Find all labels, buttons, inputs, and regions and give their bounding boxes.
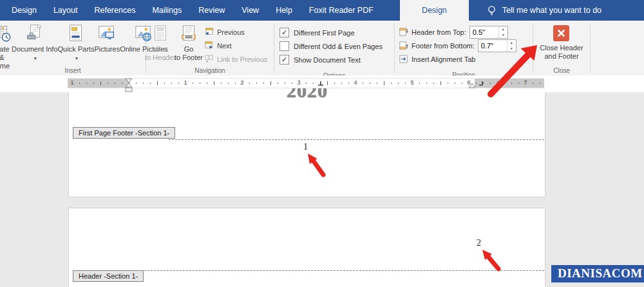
tab-mailings[interactable]: Mailings bbox=[144, 0, 190, 21]
tab-view[interactable]: View bbox=[233, 0, 267, 21]
close-label-line1: Close Header bbox=[540, 44, 583, 52]
document-page-1[interactable]: 2020 First Page Footer -Section 1- 1 bbox=[68, 92, 545, 197]
group-label-close: Close bbox=[533, 67, 590, 74]
ruler-dot bbox=[221, 83, 222, 84]
ruler-dot bbox=[93, 83, 94, 84]
ruler-dot bbox=[540, 83, 540, 84]
previous-button[interactable]: Previous bbox=[203, 25, 274, 39]
ruler-dot bbox=[455, 83, 455, 84]
ruler-dot bbox=[178, 83, 179, 84]
ruler-dot bbox=[518, 83, 519, 84]
ruler-dot bbox=[341, 83, 342, 84]
quick-parts-icon bbox=[66, 24, 86, 43]
ruler-dot bbox=[193, 83, 193, 84]
ruler-dot bbox=[490, 83, 491, 84]
document-info-icon bbox=[25, 24, 44, 43]
active-tab-label: Design bbox=[422, 6, 447, 15]
document-info-label: Document Info bbox=[12, 45, 58, 54]
center-tab-stop-marker[interactable] bbox=[317, 81, 324, 86]
ruler-dot bbox=[511, 83, 512, 84]
next-icon bbox=[204, 41, 214, 50]
header-boundary-line bbox=[141, 270, 544, 271]
ruler-dot bbox=[285, 83, 285, 84]
ruler-dot bbox=[249, 83, 250, 84]
show-document-text-checkbox[interactable]: ✓ Show Document Text bbox=[279, 53, 394, 66]
ruler-dot bbox=[122, 83, 122, 84]
ruler-dot bbox=[398, 83, 399, 84]
spin-down-icon[interactable]: ▼ bbox=[499, 32, 507, 38]
ruler-dot bbox=[235, 83, 236, 84]
header-from-top-input[interactable] bbox=[470, 28, 498, 36]
indent-markers[interactable] bbox=[125, 78, 133, 92]
tab-design-active[interactable]: Design bbox=[400, 0, 469, 21]
header-section-tag: Header -Section 1- bbox=[73, 270, 144, 282]
document-heading-clip: 2020 bbox=[262, 88, 352, 102]
tab-layout[interactable]: Layout bbox=[45, 0, 86, 21]
tab-design[interactable]: Design bbox=[0, 0, 45, 21]
next-label: Next bbox=[217, 42, 232, 50]
group-label-insert: Insert bbox=[0, 67, 146, 74]
tab-references[interactable]: References bbox=[86, 0, 144, 21]
spin-up-icon[interactable]: ▲ bbox=[499, 26, 507, 32]
ruler-number: 3 bbox=[297, 79, 300, 86]
ruler-half-tick bbox=[270, 81, 271, 85]
document-area: 2020 First Page Footer -Section 1- 1 2 H… bbox=[0, 92, 644, 287]
ruler-dot bbox=[292, 83, 292, 84]
tab-help[interactable]: Help bbox=[267, 0, 301, 21]
insert-alignment-tab-button[interactable]: Insert Alignment Tab bbox=[399, 52, 533, 66]
page-number-2: 2 bbox=[477, 238, 481, 248]
ruler-dot bbox=[200, 83, 200, 84]
link-to-previous-button[interactable]: Link to Previous bbox=[203, 52, 274, 66]
tab-review[interactable]: Review bbox=[190, 0, 233, 21]
group-close: Close Header and Footer Close bbox=[533, 21, 590, 75]
link-to-previous-label: Link to Previous bbox=[217, 55, 267, 63]
next-button[interactable]: Next bbox=[203, 39, 274, 52]
ruler-half-tick bbox=[100, 81, 101, 85]
watermark-logo: DIANISACOM bbox=[551, 265, 644, 282]
pictures-icon bbox=[97, 24, 117, 43]
footer-from-bottom-icon bbox=[399, 41, 408, 50]
header-from-top-icon bbox=[399, 27, 408, 37]
different-first-page-checkbox[interactable]: ✓ Different First Page bbox=[279, 26, 394, 39]
ruler-number: 5 bbox=[410, 79, 413, 86]
spin-down-icon[interactable]: ▼ bbox=[507, 46, 516, 52]
checkbox-unchecked-icon[interactable] bbox=[279, 41, 289, 51]
go-to-footer-icon bbox=[179, 24, 198, 43]
header-from-top-row: Header from Top: ▲ ▼ bbox=[399, 25, 533, 39]
checkbox-checked-icon[interactable]: ✓ bbox=[279, 55, 289, 64]
different-odd-even-checkbox[interactable]: Different Odd & Even Pages bbox=[279, 39, 394, 53]
footer-from-bottom-label: Footer from Bottom: bbox=[412, 42, 475, 50]
ruler-dot bbox=[448, 83, 448, 84]
ruler-dot bbox=[370, 83, 370, 84]
ruler-dot bbox=[391, 83, 392, 84]
ruler-dot bbox=[86, 83, 87, 84]
ruler-dot bbox=[377, 83, 377, 84]
go-to-header-icon bbox=[151, 24, 170, 43]
tell-me-box[interactable]: Tell me what you want to do bbox=[477, 0, 612, 21]
first-page-footer-tag: First Page Footer -Section 1- bbox=[73, 127, 175, 139]
checkbox-checked-icon[interactable]: ✓ bbox=[279, 28, 289, 37]
footer-from-bottom-input[interactable] bbox=[478, 42, 507, 50]
ruler-dot bbox=[228, 83, 229, 84]
right-indent-marker[interactable] bbox=[468, 83, 476, 88]
ribbon: Date & Time Document Info ▾ bbox=[0, 21, 644, 76]
horizontal-ruler[interactable]: 11234567 bbox=[68, 78, 544, 88]
group-options: ✓ Different First Page Different Odd & E… bbox=[274, 21, 394, 81]
page-number-1: 1 bbox=[303, 142, 308, 152]
ruler-dot bbox=[504, 83, 505, 84]
document-heading-text: 2020 bbox=[262, 88, 352, 102]
ruler-dot bbox=[278, 83, 278, 84]
date-time-icon bbox=[0, 24, 12, 43]
ribbon-tab-bar: DesignLayoutReferencesMailingsReviewView… bbox=[0, 0, 644, 21]
group-insert: Date & Time Document Info ▾ bbox=[0, 21, 146, 75]
tab-foxit-reader-pdf[interactable]: Foxit Reader PDF bbox=[301, 0, 382, 21]
header-from-top-spinner: ▲ ▼ bbox=[469, 26, 508, 39]
right-tab-stop-marker[interactable] bbox=[478, 81, 484, 86]
previous-icon bbox=[204, 27, 214, 37]
chevron-down-icon: ▾ bbox=[34, 55, 37, 61]
ruler-dot bbox=[363, 83, 363, 84]
spin-up-icon[interactable]: ▲ bbox=[507, 40, 516, 46]
ruler-dot bbox=[171, 83, 172, 84]
document-page-2[interactable]: 2 Header -Section 1- bbox=[68, 208, 545, 287]
footer-from-bottom-row: Footer from Bottom: ▲ ▼ bbox=[399, 39, 533, 52]
